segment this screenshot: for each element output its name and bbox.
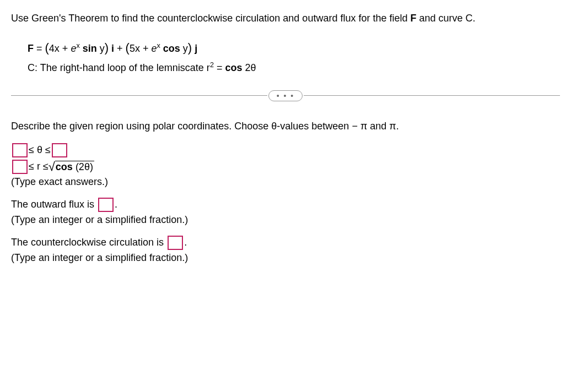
field-F: F bbox=[410, 13, 416, 24]
cos-arg: (2θ) bbox=[73, 161, 93, 172]
y1: y bbox=[97, 43, 105, 54]
sqrt-content: cos (2θ) bbox=[55, 161, 94, 173]
curve-equation: C: The right-hand loop of the lemniscate… bbox=[28, 59, 560, 77]
cos: cos bbox=[160, 43, 180, 54]
theta-le: ≤ θ ≤ bbox=[29, 144, 51, 156]
greens-text: Green's bbox=[31, 13, 66, 24]
i-vec: i bbox=[109, 43, 114, 54]
circulation-section: The counterclockwise circulation is . (T… bbox=[11, 236, 560, 264]
C-eq: = bbox=[214, 62, 225, 73]
expand-button[interactable]: • • • bbox=[268, 90, 303, 101]
circulation-input[interactable] bbox=[168, 236, 183, 250]
intro-text-3: and curve C. bbox=[416, 13, 475, 24]
region-inputs: ≤ θ ≤ ≤ r ≤ √ cos (2θ) (Type exact answe… bbox=[11, 143, 560, 188]
eq-sign: = bbox=[34, 43, 45, 54]
equation-block: F = (4x + ex sin y) i + (5x + ex cos y) … bbox=[28, 37, 560, 77]
F-label: F bbox=[28, 43, 34, 54]
instr-mid: between − π and π. bbox=[309, 121, 398, 132]
theta-lower-input[interactable] bbox=[12, 143, 28, 157]
hint-exact: (Type exact answers.) bbox=[11, 176, 560, 188]
sqrt-expression: √ cos (2θ) bbox=[49, 160, 94, 174]
circ-label-pre: The counterclockwise circulation is bbox=[11, 237, 166, 248]
C-mid: loop of the lemniscate r bbox=[105, 62, 210, 73]
intro-text: Use bbox=[11, 13, 31, 24]
C-label: C: The bbox=[28, 62, 60, 73]
instr-prefix: Describe the given region using polar co… bbox=[11, 121, 280, 132]
sqrt-icon: √ bbox=[49, 160, 55, 174]
flux-section: The outward flux is . (Type an integer o… bbox=[11, 198, 560, 226]
circ-label-post: . bbox=[184, 237, 187, 248]
C-exp: 2 bbox=[210, 61, 214, 69]
flux-input[interactable] bbox=[98, 198, 114, 212]
instr-values: values bbox=[280, 121, 309, 132]
field-equation: F = (4x + ex sin y) i + (5x + ex cos y) … bbox=[28, 37, 560, 59]
instruction-text: Describe the given region using polar co… bbox=[11, 121, 560, 132]
paren-open-1: ( bbox=[45, 41, 49, 55]
hint-flux: (Type an integer or a simplified fractio… bbox=[11, 214, 560, 226]
C-cos: cos bbox=[225, 62, 242, 73]
term-2a: 5x + bbox=[130, 43, 152, 54]
r-lower-input[interactable] bbox=[12, 160, 28, 174]
sin: sin bbox=[80, 43, 97, 54]
paren-close-1: ) bbox=[105, 41, 109, 55]
theta-inequality: ≤ θ ≤ bbox=[11, 143, 560, 157]
e2: e bbox=[151, 43, 157, 54]
y2: y bbox=[180, 43, 188, 54]
r-inequality: ≤ r ≤ √ cos (2θ) bbox=[11, 160, 560, 174]
intro-text-2: Theorem to find the counterclockwise cir… bbox=[66, 13, 410, 24]
section-divider: • • • bbox=[11, 90, 560, 101]
r-le: ≤ r ≤ bbox=[29, 161, 49, 172]
C-rh: right-hand bbox=[60, 62, 105, 73]
C-arg: 2θ bbox=[242, 62, 256, 73]
theta-upper-input[interactable] bbox=[52, 143, 67, 157]
e1: e bbox=[71, 43, 76, 54]
hint-circ: (Type an integer or a simplified fractio… bbox=[11, 252, 560, 264]
divider-line-left bbox=[11, 95, 267, 96]
flux-label-post: . bbox=[115, 199, 117, 210]
cos-label: cos bbox=[56, 161, 73, 172]
paren-open-2: ( bbox=[126, 41, 130, 55]
circ-line: The counterclockwise circulation is . bbox=[11, 236, 560, 250]
j-vec: j bbox=[192, 43, 197, 54]
divider-line-right bbox=[304, 95, 560, 96]
flux-label-pre: The outward flux is bbox=[11, 199, 97, 210]
problem-statement: Use Green's Theorem to find the counterc… bbox=[11, 11, 560, 26]
flux-line: The outward flux is . bbox=[11, 198, 560, 212]
plus: + bbox=[114, 43, 126, 54]
term-1a: 4x + bbox=[49, 43, 71, 54]
